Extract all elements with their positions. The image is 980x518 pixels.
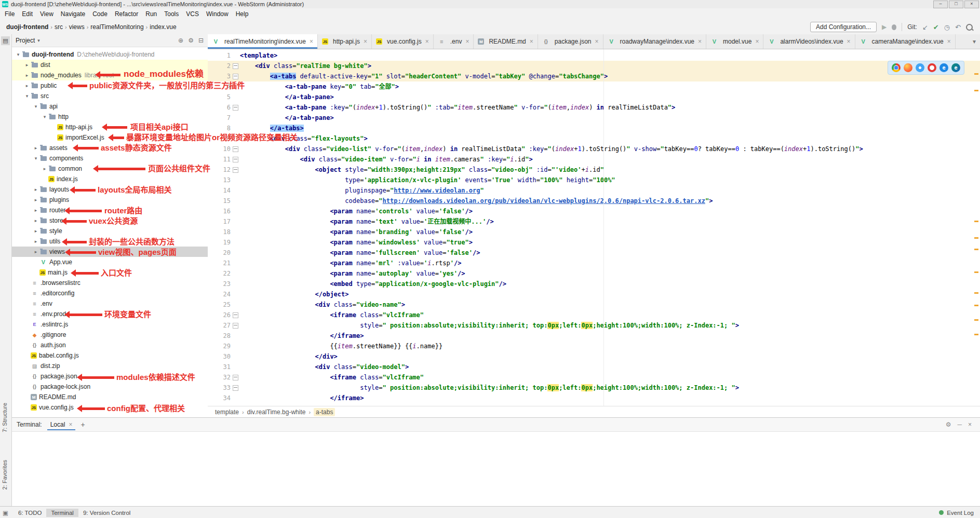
tab-close-icon[interactable]: × (595, 38, 599, 45)
terminal-tab-local[interactable]: Local × (47, 419, 76, 430)
chevron-right-icon[interactable]: ▸ (32, 208, 39, 213)
git-revert-icon[interactable]: ↶ (955, 23, 961, 31)
firefox-icon[interactable] (904, 63, 912, 72)
gear-icon[interactable]: ⚙ (188, 37, 194, 44)
code-line[interactable]: 7 </a-tab-pane> (208, 113, 980, 123)
fold-icon[interactable] (233, 323, 238, 329)
close-panel-icon[interactable]: × (968, 421, 972, 428)
debug-icon[interactable] (892, 24, 896, 30)
tab-close-icon[interactable]: × (310, 38, 313, 45)
chevron-down-icon[interactable]: ▾ (32, 156, 39, 161)
minimize-button[interactable]: – (933, 1, 948, 8)
fold-gutter[interactable] (231, 61, 240, 71)
tab-close-icon[interactable]: × (530, 38, 533, 45)
project-tool-icon[interactable]: ▤ (1, 36, 10, 45)
menu-file[interactable]: File (1, 9, 18, 19)
code-line[interactable]: 15 codebase="http://downloads.videolan.o… (208, 196, 980, 206)
safari-icon[interactable] (916, 63, 924, 72)
tree-item-src[interactable]: ▾src (11, 91, 208, 101)
tree-item-common[interactable]: ▸common (11, 163, 208, 174)
tree-item-components[interactable]: ▾components (11, 153, 208, 163)
fold-gutter[interactable] (231, 165, 240, 175)
fold-gutter[interactable] (231, 144, 240, 154)
menu-help[interactable]: Help (232, 9, 252, 19)
chevron-right-icon[interactable]: ▸ (32, 228, 39, 234)
code-line[interactable]: 17 <param name='text' value='正在加载视频中...'… (208, 216, 980, 227)
code-line[interactable]: 34 </iframe> (208, 393, 980, 403)
editor-tab[interactable]: VroadwayManage\index.vue× (603, 34, 706, 49)
menu-refactor[interactable]: Refactor (111, 9, 142, 19)
status-terminal[interactable]: Terminal (46, 509, 78, 517)
code-line[interactable]: 33 style=" position:absolute;visibility:… (208, 383, 980, 393)
breadcrumb-item[interactable]: src (55, 23, 63, 31)
fold-gutter[interactable] (231, 372, 240, 383)
tree-item-App.vue[interactable]: VApp.vue (11, 257, 208, 267)
git-history-icon[interactable]: ◷ (944, 23, 950, 31)
fold-icon[interactable] (233, 74, 238, 79)
locate-file-icon[interactable]: ⊕ (178, 37, 183, 44)
fold-icon[interactable] (233, 105, 238, 111)
tree-item-store[interactable]: ▸store (11, 215, 208, 226)
search-icon[interactable] (966, 24, 973, 31)
tree-item-dist.zip[interactable]: ▨dist.zip (11, 361, 208, 371)
breadcrumb-item[interactable]: index.vue (150, 23, 176, 31)
tree-item-main.js[interactable]: JSmain.js (11, 267, 208, 278)
tool-window-switcher-icon[interactable]: ▣ (3, 509, 8, 516)
ie-icon[interactable]: e (939, 63, 948, 72)
code-line[interactable]: 13 type='application/x-vlc-plugin' event… (208, 175, 980, 185)
tab-overflow-icon[interactable]: ▾ (973, 34, 980, 49)
code-line[interactable]: 3 <a-tabs default-active-key="1" slot="h… (208, 71, 980, 81)
tree-item-public[interactable]: ▸public (11, 80, 208, 91)
code-line[interactable]: 2 <div class="realTime bg-white"> (208, 61, 980, 71)
tree-item-router[interactable]: ▸router (11, 205, 208, 215)
code-line[interactable]: 16 <param name='controls' value='false'/… (208, 206, 980, 216)
tree-item-utils[interactable]: ▸utils (11, 236, 208, 247)
fold-gutter[interactable] (231, 71, 240, 81)
tree-item-node_modules[interactable]: ▸node_moduleslibrary root (11, 70, 208, 80)
editor-breadcrumb-item[interactable]: template (215, 408, 239, 416)
code-line[interactable]: 27 style=" position:absolute;visibility:… (208, 320, 980, 331)
chevron-right-icon[interactable]: ▸ (32, 145, 39, 151)
code-line[interactable]: 32 <iframe class="vlcIframe" (208, 372, 980, 383)
tree-item-duoji-frontend[interactable]: ▾duoji-frontendD:\zheheWeb\duoji-fronten… (11, 49, 208, 60)
chevron-down-icon[interactable]: ▾ (15, 52, 22, 57)
tree-item-views[interactable]: ▸views (11, 247, 208, 257)
code-line[interactable]: 19 <param name='windowless' value="true"… (208, 237, 980, 248)
menu-run[interactable]: Run (142, 9, 160, 19)
fold-gutter[interactable] (231, 102, 240, 113)
tab-close-icon[interactable]: × (755, 38, 759, 45)
tab-close-icon[interactable]: × (847, 38, 851, 45)
chevron-right-icon[interactable]: ▸ (23, 62, 31, 67)
menu-tools[interactable]: Tools (160, 9, 182, 19)
collapse-all-icon[interactable]: ⊟ (198, 37, 204, 44)
tree-item-.env[interactable]: ≡.env (11, 298, 208, 309)
tree-item-README.md[interactable]: MREADME.md (11, 392, 208, 402)
tree-item-style[interactable]: ▸style (11, 226, 208, 236)
code-line[interactable]: 11 <div class="video-item" v-for="i in i… (208, 154, 980, 165)
minimize-panel-icon[interactable]: ─ (957, 421, 962, 428)
code-line[interactable]: 9 <div class="flex-layouts"> (208, 133, 980, 144)
editor-tab[interactable]: MREADME.md× (474, 34, 538, 49)
chevron-down-icon[interactable]: ▾ (37, 38, 40, 43)
code-line[interactable]: 20 <param name='fullscreen' value='false… (208, 248, 980, 258)
tree-item-.editorconfig[interactable]: ≡.editorconfig (11, 288, 208, 298)
code-line[interactable]: 31 <div class="video-model"> (208, 362, 980, 372)
editor-breadcrumb-item[interactable]: div.realTime.bg-white (247, 408, 306, 416)
fold-icon[interactable] (233, 63, 238, 69)
menu-window[interactable]: Window (203, 9, 232, 19)
menu-edit[interactable]: Edit (18, 9, 36, 19)
fold-icon[interactable] (233, 312, 238, 318)
menu-navigate[interactable]: Navigate (57, 9, 89, 19)
tree-item-index.js[interactable]: JSindex.js (11, 174, 208, 184)
event-log-button[interactable]: Event Log (947, 510, 974, 516)
code-line[interactable]: 5 </a-tab-pane> (208, 92, 980, 102)
tree-item-layouts[interactable]: ▸layouts (11, 184, 208, 195)
close-button[interactable]: × (964, 1, 979, 8)
chevron-right-icon[interactable]: ▸ (32, 218, 39, 223)
git-commit-icon[interactable]: ✔ (933, 23, 939, 31)
status-todo[interactable]: 6: TODO (14, 509, 47, 517)
opera-icon[interactable] (928, 63, 936, 72)
editor-tab[interactable]: JSvue.config.js× (372, 34, 434, 49)
tree-item-auth.json[interactable]: {}auth.json (11, 340, 208, 350)
fold-gutter[interactable] (231, 310, 240, 320)
